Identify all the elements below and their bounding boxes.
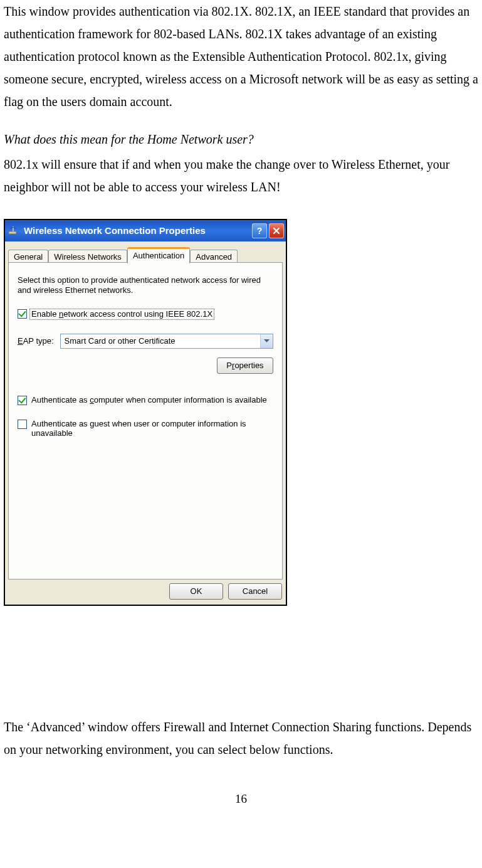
tab-general[interactable]: General: [8, 250, 48, 263]
auth-as-computer-label: Authenticate as computer when computer i…: [31, 395, 267, 405]
eap-type-value: Smart Card or other Certificate: [61, 334, 260, 348]
enable-8021x-label: Enable network access control using IEEE…: [29, 309, 214, 320]
close-button[interactable]: [269, 223, 284, 238]
cancel-button[interactable]: Cancel: [228, 583, 282, 600]
page-number: 16: [4, 788, 478, 810]
eap-type-dropdown[interactable]: Smart Card or other Certificate: [60, 334, 273, 349]
auth-as-guest-label: Authenticate as guest when user or compu…: [31, 419, 273, 438]
chevron-down-icon[interactable]: [260, 334, 273, 348]
dialog-titlebar[interactable]: Wireless Network Connection Properties ?: [5, 220, 286, 241]
authentication-panel: Select this option to provide authentica…: [8, 263, 283, 580]
auth-as-guest-checkbox[interactable]: [18, 420, 27, 429]
wireless-connection-icon: [8, 225, 20, 237]
tab-authentication[interactable]: Authentication: [127, 247, 190, 263]
svg-rect-0: [9, 231, 16, 234]
home-network-question: What does this mean for the Home Network…: [4, 128, 478, 151]
auth-description: Select this option to provide authentica…: [18, 275, 273, 295]
auth-as-guest-row[interactable]: Authenticate as guest when user or compu…: [18, 419, 273, 438]
wireless-properties-dialog: Wireless Network Connection Properties ?…: [4, 219, 287, 606]
properties-button[interactable]: Properties: [217, 357, 273, 374]
help-button[interactable]: ?: [252, 223, 267, 238]
tab-wireless-networks[interactable]: Wireless Networks: [48, 250, 127, 263]
tab-strip: General Wireless Networks Authentication…: [5, 241, 286, 263]
tab-advanced[interactable]: Advanced: [190, 250, 238, 263]
intro-paragraph: This window provides authentication via …: [4, 0, 478, 113]
eap-type-label: EAP type:: [18, 336, 54, 346]
enable-8021x-checkbox-row[interactable]: Enable network access control using IEEE…: [18, 309, 273, 320]
auth-as-computer-checkbox[interactable]: [18, 396, 27, 405]
enable-8021x-checkbox[interactable]: [18, 309, 27, 319]
dialog-title: Wireless Network Connection Properties: [24, 225, 252, 236]
ok-button[interactable]: OK: [169, 583, 223, 600]
advanced-paragraph: The ‘Advanced’ window offers Firewall an…: [4, 716, 478, 761]
auth-as-computer-row[interactable]: Authenticate as computer when computer i…: [18, 395, 273, 405]
home-network-answer: 802.1x will ensure that if and when you …: [4, 153, 478, 198]
